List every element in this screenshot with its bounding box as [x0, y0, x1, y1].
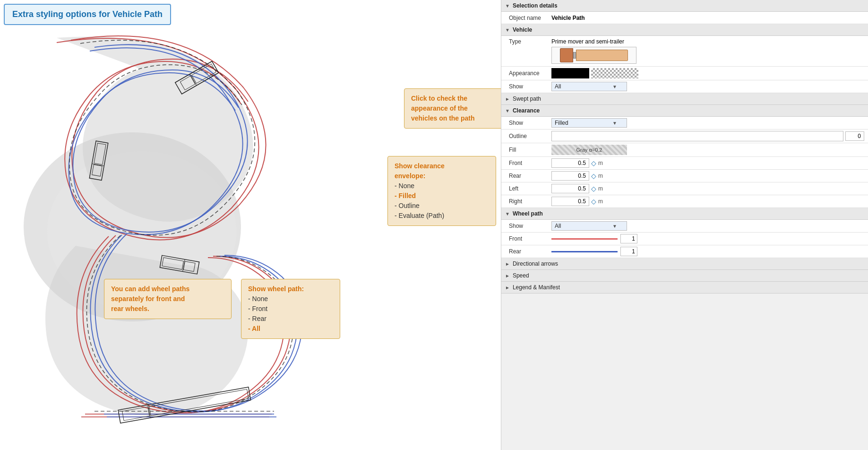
collapse-icon-wheel[interactable]: ▼: [505, 211, 510, 216]
clearance-rear-row: Rear ◇ m: [501, 170, 868, 182]
fill-label: Fill: [509, 147, 551, 153]
annotation-clearance-text: Show clearanceenvelope: - None - Filled …: [395, 162, 445, 219]
collapse-icon-clearance[interactable]: ▼: [505, 108, 510, 113]
annotation-wheel-show: Show wheel path: - None - Front - Rear -…: [241, 279, 340, 339]
expand-icon-directional[interactable]: ►: [505, 261, 510, 267]
left-spinner[interactable]: ◇: [591, 185, 596, 192]
annotation-wheel-add: You can add wheel pathsseparately for fr…: [104, 279, 232, 319]
clearance-right-input[interactable]: [551, 197, 589, 206]
type-value: Prime mover and semi-trailer: [551, 38, 864, 45]
clearance-show-label: Show: [509, 120, 551, 126]
clearance-show-chevron: ▼: [612, 121, 617, 126]
clearance-left-label: Left: [509, 185, 551, 192]
appearance-color-swatch[interactable]: [551, 68, 589, 78]
wheel-show-label: Show: [509, 223, 551, 229]
appearance-value[interactable]: [551, 68, 638, 78]
outline-row: Outline: [501, 130, 868, 143]
fill-display[interactable]: Gray α=0.2: [551, 145, 627, 155]
title-text: Extra styling options for Vehicle Path: [12, 9, 163, 19]
wheel-show-chevron: ▼: [612, 224, 617, 229]
expand-icon-speed[interactable]: ►: [505, 273, 510, 278]
collapse-icon-selection[interactable]: ▼: [505, 3, 510, 9]
wheel-rear-color-line[interactable]: [551, 251, 618, 252]
appearance-label: Appearance: [509, 70, 551, 77]
appearance-checker: [591, 68, 638, 78]
section-wheel-label: Wheel path: [513, 210, 543, 217]
object-name-value: Vehicle Path: [551, 15, 864, 21]
annotation-wheel-show-text: Show wheel path: - None - Front - Rear -…: [248, 285, 304, 332]
diagram-panel: Extra styling options for Vehicle Path: [0, 0, 501, 450]
section-directional-arrows: ► Directional arrows: [501, 258, 868, 270]
right-spinner[interactable]: ◇: [591, 198, 596, 205]
wheel-front-label: Front: [509, 235, 551, 242]
clearance-right-label: Right: [509, 198, 551, 205]
clearance-left-row: Left ◇ m: [501, 182, 868, 195]
wheel-front-color-line[interactable]: [551, 238, 618, 240]
wheel-rear-row: Rear: [501, 245, 868, 258]
vehicle-show-chevron: ▼: [612, 84, 617, 89]
section-swept-path: ► Swept path: [501, 93, 868, 105]
section-vehicle-label: Vehicle: [513, 26, 532, 33]
fill-value: Gray α=0.2: [576, 147, 602, 153]
front-unit: m: [598, 160, 603, 166]
annotation-clearance: Show clearanceenvelope: - None - Filled …: [387, 156, 496, 226]
section-vehicle: ▼ Vehicle: [501, 24, 868, 36]
section-directional-label: Directional arrows: [513, 260, 558, 267]
wheel-front-input[interactable]: [620, 234, 637, 243]
clearance-front-input[interactable]: [551, 158, 589, 168]
section-legend-label: Legend & Manifest: [513, 284, 560, 291]
clearance-rear-input[interactable]: [551, 171, 589, 181]
clearance-front-row: Front ◇ m: [501, 157, 868, 170]
title-box: Extra styling options for Vehicle Path: [4, 4, 171, 25]
clearance-front-label: Front: [509, 160, 551, 166]
clearance-rear-label: Rear: [509, 173, 551, 179]
section-clearance: ▼ Clearance: [501, 105, 868, 117]
properties-panel: ▼ Selection details Object name Vehicle …: [501, 0, 868, 450]
vehicle-show-row: Show All ▼: [501, 80, 868, 93]
section-clearance-label: Clearance: [513, 107, 540, 114]
clearance-right-row: Right ◇ m: [501, 195, 868, 208]
fill-row: Fill Gray α=0.2: [501, 143, 868, 157]
section-wheel-path: ▼ Wheel path: [501, 208, 868, 220]
vehicle-show-label: Show: [509, 83, 551, 90]
section-speed-label: Speed: [513, 272, 529, 279]
section-speed: ► Speed: [501, 270, 868, 282]
clearance-show-value: Filled: [555, 120, 568, 126]
clearance-left-input[interactable]: [551, 184, 589, 193]
vehicle-show-dropdown[interactable]: All ▼: [551, 82, 627, 91]
right-unit: m: [598, 198, 603, 205]
rear-spinner[interactable]: ◇: [591, 172, 596, 180]
outline-label: Outline: [509, 133, 551, 139]
collapse-icon-vehicle[interactable]: ▼: [505, 27, 510, 33]
object-name-label: Object name: [509, 15, 551, 21]
appearance-row: Appearance: [501, 67, 868, 80]
section-selection-details: ▼ Selection details: [501, 0, 868, 12]
wheel-front-row: Front: [501, 233, 868, 245]
section-swept-label: Swept path: [513, 95, 541, 102]
wheel-show-row: Show All ▼: [501, 220, 868, 233]
expand-icon-swept[interactable]: ►: [505, 96, 510, 102]
section-legend: ► Legend & Manifest: [501, 282, 868, 294]
expand-icon-legend[interactable]: ►: [505, 285, 510, 290]
front-spinner[interactable]: ◇: [591, 159, 596, 167]
annotation-appearance: Click to check theappearance of thevehic…: [404, 88, 501, 129]
object-name-row: Object name Vehicle Path: [501, 12, 868, 24]
vehicle-show-value: All: [555, 83, 561, 90]
section-selection-label: Selection details: [513, 2, 558, 9]
clearance-show-dropdown[interactable]: Filled ▼: [551, 118, 627, 128]
wheel-show-dropdown[interactable]: All ▼: [551, 221, 627, 231]
vehicle-type-display[interactable]: [551, 47, 636, 64]
rear-unit: m: [598, 173, 603, 179]
outline-input[interactable]: [845, 131, 864, 141]
annotation-wheel-add-text: You can add wheel pathsseparately for fr…: [111, 285, 189, 312]
left-unit: m: [598, 185, 603, 192]
wheel-rear-label: Rear: [509, 248, 551, 255]
type-row: Type Prime mover and semi-trailer: [501, 36, 868, 67]
wheel-show-value: All: [555, 223, 561, 229]
type-label: Type: [509, 38, 551, 45]
annotation-appearance-text: Click to check theappearance of thevehic…: [411, 95, 475, 122]
wheel-rear-input[interactable]: [620, 247, 637, 256]
clearance-show-row: Show Filled ▼: [501, 117, 868, 130]
